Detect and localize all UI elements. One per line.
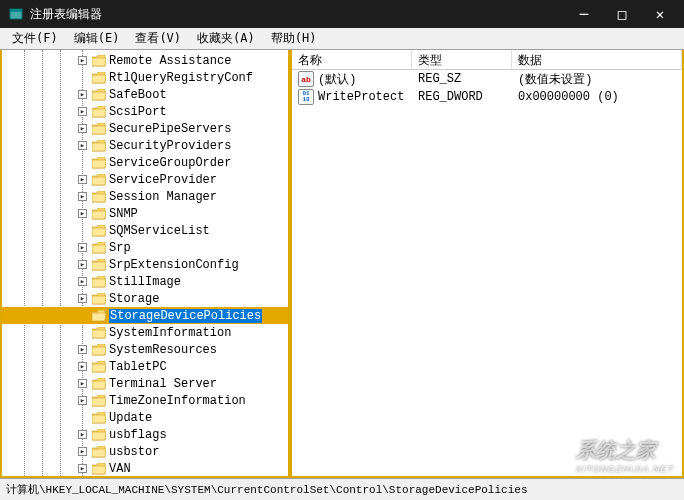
value-data-cell: (数值未设置) xyxy=(512,71,682,88)
expand-icon[interactable]: ▸ xyxy=(78,124,87,133)
tree-node[interactable]: RtlQueryRegistryConf xyxy=(2,69,288,86)
values-header: 名称 类型 数据 xyxy=(292,50,682,70)
value-name: (默认) xyxy=(318,71,356,88)
folder-icon xyxy=(92,225,106,237)
tree-node[interactable]: ▸Srp xyxy=(2,239,288,256)
tree-node[interactable]: ▸Terminal Server xyxy=(2,375,288,392)
dword-value-icon: 0110 xyxy=(298,89,314,105)
string-value-icon: ab xyxy=(298,71,314,87)
expand-icon[interactable]: ▸ xyxy=(78,175,87,184)
tree-node-label: Terminal Server xyxy=(109,377,217,391)
tree-pane[interactable]: ▸Remote AssistanceRtlQueryRegistryConf▸S… xyxy=(2,50,292,476)
tree-node[interactable]: ▸ScsiPort xyxy=(2,103,288,120)
folder-icon xyxy=(92,395,106,407)
tree-node[interactable]: ServiceGroupOrder xyxy=(2,154,288,171)
registry-editor-window: 注册表编辑器 ─ □ ✕ 文件(F) 编辑(E) 查看(V) 收藏夹(A) 帮助… xyxy=(0,0,684,500)
tree-node-label: StorageDevicePolicies xyxy=(109,309,262,323)
tree-node[interactable]: SQMServiceList xyxy=(2,222,288,239)
tree-node[interactable]: ▸ServiceProvider xyxy=(2,171,288,188)
menu-edit[interactable]: 编辑(E) xyxy=(66,28,128,49)
folder-icon xyxy=(92,429,106,441)
tree-connector xyxy=(78,226,87,235)
tree-node[interactable]: ▸TimeZoneInformation xyxy=(2,392,288,409)
folder-icon xyxy=(92,259,106,271)
tree-node[interactable]: ▸SecurityProviders xyxy=(2,137,288,154)
tree-node-label: Storage xyxy=(109,292,159,306)
expand-icon[interactable]: ▸ xyxy=(78,209,87,218)
expand-icon[interactable]: ▸ xyxy=(78,277,87,286)
header-name[interactable]: 名称 xyxy=(292,50,412,69)
values-pane[interactable]: 名称 类型 数据 ab(默认)REG_SZ(数值未设置)0110WritePro… xyxy=(292,50,682,476)
tree-node-label: StillImage xyxy=(109,275,181,289)
tree-node[interactable]: ▸Storage xyxy=(2,290,288,307)
tree-node-label: Update xyxy=(109,411,152,425)
tree-node[interactable]: ▸SafeBoot xyxy=(2,86,288,103)
expand-icon[interactable]: ▸ xyxy=(78,141,87,150)
tree-node[interactable]: ▸usbstor xyxy=(2,443,288,460)
menu-favorites[interactable]: 收藏夹(A) xyxy=(189,28,263,49)
folder-icon xyxy=(92,157,106,169)
menu-help[interactable]: 帮助(H) xyxy=(263,28,325,49)
maximize-button[interactable]: □ xyxy=(612,4,632,24)
folder-icon xyxy=(92,344,106,356)
tree-node[interactable]: SystemInformation xyxy=(2,324,288,341)
header-data[interactable]: 数据 xyxy=(512,50,682,69)
expand-icon[interactable]: ▸ xyxy=(78,345,87,354)
tree-node[interactable]: ▸TabletPC xyxy=(2,358,288,375)
expand-icon[interactable]: ▸ xyxy=(78,362,87,371)
header-type[interactable]: 类型 xyxy=(412,50,512,69)
registry-tree: ▸Remote AssistanceRtlQueryRegistryConf▸S… xyxy=(2,50,288,476)
tree-node-label: SystemInformation xyxy=(109,326,231,340)
folder-icon xyxy=(92,208,106,220)
tree-node-label: RtlQueryRegistryConf xyxy=(109,71,253,85)
folder-icon xyxy=(92,174,106,186)
folder-icon xyxy=(92,446,106,458)
tree-node[interactable]: ▸SecurePipeServers xyxy=(2,120,288,137)
menu-view[interactable]: 查看(V) xyxy=(127,28,189,49)
tree-node[interactable]: Update xyxy=(2,409,288,426)
expand-icon[interactable]: ▸ xyxy=(78,447,87,456)
tree-node[interactable]: StorageDevicePolicies xyxy=(2,307,288,324)
expand-icon[interactable]: ▸ xyxy=(78,56,87,65)
expand-icon[interactable]: ▸ xyxy=(78,90,87,99)
expand-icon[interactable]: ▸ xyxy=(78,260,87,269)
close-button[interactable]: ✕ xyxy=(650,4,670,24)
folder-icon xyxy=(92,89,106,101)
folder-icon xyxy=(92,191,106,203)
folder-icon xyxy=(92,378,106,390)
tree-node-label: usbflags xyxy=(109,428,167,442)
tree-node[interactable]: ▸usbflags xyxy=(2,426,288,443)
value-name-cell: ab(默认) xyxy=(292,71,412,88)
expand-icon[interactable]: ▸ xyxy=(78,294,87,303)
tree-node-label: TimeZoneInformation xyxy=(109,394,246,408)
tree-node[interactable]: ▸Session Manager xyxy=(2,188,288,205)
app-icon xyxy=(8,6,24,22)
tree-node-label: ServiceGroupOrder xyxy=(109,156,231,170)
tree-node[interactable]: ▸SNMP xyxy=(2,205,288,222)
tree-node-label: usbstor xyxy=(109,445,159,459)
folder-icon xyxy=(92,327,106,339)
tree-node[interactable]: ▸Remote Assistance xyxy=(2,52,288,69)
expand-icon[interactable]: ▸ xyxy=(78,464,87,473)
value-row[interactable]: 0110WriteProtectREG_DWORD0x00000000 (0) xyxy=(292,88,682,106)
menu-file[interactable]: 文件(F) xyxy=(4,28,66,49)
tree-node[interactable]: ▸StillImage xyxy=(2,273,288,290)
value-type-cell: REG_DWORD xyxy=(412,90,512,104)
minimize-button[interactable]: ─ xyxy=(574,4,594,24)
folder-icon xyxy=(92,140,106,152)
tree-node[interactable]: ▸SrpExtensionConfig xyxy=(2,256,288,273)
value-row[interactable]: ab(默认)REG_SZ(数值未设置) xyxy=(292,70,682,88)
expand-icon[interactable]: ▸ xyxy=(78,396,87,405)
values-list: ab(默认)REG_SZ(数值未设置)0110WriteProtectREG_D… xyxy=(292,70,682,106)
expand-icon[interactable]: ▸ xyxy=(78,107,87,116)
window-controls: ─ □ ✕ xyxy=(574,4,670,24)
expand-icon[interactable]: ▸ xyxy=(78,192,87,201)
tree-connector xyxy=(78,158,87,167)
tree-node[interactable]: ▸SystemResources xyxy=(2,341,288,358)
tree-node-label: SecurityProviders xyxy=(109,139,231,153)
titlebar[interactable]: 注册表编辑器 ─ □ ✕ xyxy=(0,0,684,28)
expand-icon[interactable]: ▸ xyxy=(78,430,87,439)
expand-icon[interactable]: ▸ xyxy=(78,243,87,252)
tree-node[interactable]: ▸VAN xyxy=(2,460,288,476)
expand-icon[interactable]: ▸ xyxy=(78,379,87,388)
